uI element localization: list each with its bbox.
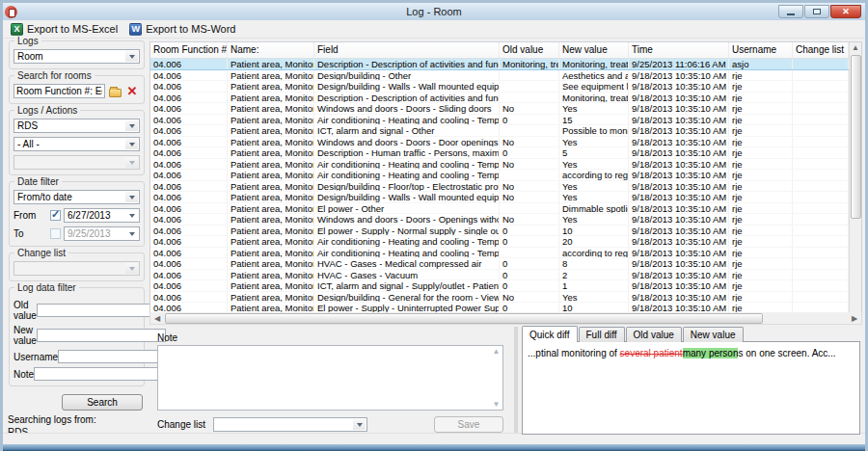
tab-old-value[interactable]: Old value — [626, 327, 682, 342]
column-header[interactable]: Change list — [793, 42, 849, 58]
scroll-down-icon[interactable]: ▼ — [493, 400, 501, 409]
table-cell: rje — [729, 170, 793, 180]
table-row[interactable]: 04.006Patient area, MonitoringAir condit… — [150, 170, 849, 181]
horizontal-scroll-thumb[interactable] — [165, 313, 763, 324]
table-cell — [500, 93, 559, 103]
table-cell: Description - Description of activities … — [314, 93, 500, 103]
maximize-button[interactable] — [804, 5, 829, 18]
table-cell: Patient area, Monitoring — [228, 170, 314, 180]
note-scrollbar[interactable]: ▲ ▼ — [491, 347, 502, 409]
action-combobox[interactable]: - All - — [14, 137, 140, 151]
table-row[interactable]: 04.006Patient area, MonitoringHVAC - Gas… — [150, 258, 849, 270]
table-cell: 04.006 — [150, 248, 228, 258]
change-list-filter-combobox[interactable] — [14, 261, 140, 276]
table-row[interactable]: 04.006Patient area, MonitoringEl power -… — [150, 203, 849, 215]
vertical-scrollbar[interactable]: ▲ ▼ — [849, 42, 861, 324]
table-row[interactable]: 04.006Patient area, MonitoringDesign/bui… — [150, 70, 849, 82]
note-textarea[interactable]: ▲ ▼ — [157, 345, 503, 411]
column-header[interactable]: Username — [729, 42, 793, 58]
log-source-combobox[interactable]: RDS — [14, 119, 140, 133]
vertical-scroll-thumb[interactable] — [851, 55, 861, 219]
table-cell: 04.006 — [150, 170, 228, 180]
to-date-picker[interactable]: 9/25/2013 — [64, 226, 140, 241]
column-header[interactable]: Field — [314, 42, 500, 58]
panel-splitter[interactable] — [514, 327, 518, 435]
table-row[interactable]: 04.006Patient area, MonitoringAir condit… — [150, 236, 849, 248]
table-row[interactable]: 04.006Patient area, MonitoringWindows an… — [150, 137, 849, 148]
clear-room-search-button[interactable]: ✕ — [124, 84, 140, 98]
scroll-left-icon[interactable]: ◀ — [150, 314, 164, 323]
table-cell: 8 — [559, 258, 629, 269]
table-cell: 04.006 — [150, 181, 228, 192]
scroll-up-icon[interactable]: ▲ — [493, 347, 501, 356]
chevron-down-icon — [125, 192, 138, 202]
horizontal-scrollbar[interactable]: ◀ ▶ — [149, 312, 862, 325]
chevron-down-icon — [126, 210, 138, 221]
from-date-checkbox[interactable] — [50, 210, 61, 221]
diff-panel: Quick diff Full diff Old value New value… — [522, 327, 860, 435]
tab-new-value[interactable]: New value — [683, 327, 744, 342]
table-cell: Patient area, Monitoring — [228, 159, 314, 170]
diff-tabs: Quick diff Full diff Old value New value — [522, 327, 860, 342]
old-value-filter-input[interactable] — [37, 304, 166, 317]
table-cell: 04.006 — [150, 159, 228, 170]
column-header[interactable]: Name: — [228, 42, 314, 58]
table-row[interactable]: 04.006Patient area, MonitoringDesign/bui… — [150, 192, 849, 203]
table-row[interactable]: 04.006Patient area, MonitoringAir condit… — [150, 159, 849, 171]
from-date-picker[interactable]: 6/27/2013 — [64, 208, 140, 223]
table-cell: HVAC - Gases - Vacuum — [314, 270, 500, 280]
table-row[interactable]: 04.006Patient area, MonitoringDescriptio… — [150, 59, 849, 70]
table-row[interactable]: 04.006Patient area, MonitoringAir condit… — [150, 248, 849, 259]
column-header[interactable]: Old value — [500, 42, 559, 58]
note-filter-input[interactable] — [34, 367, 163, 381]
column-header[interactable]: New value — [559, 42, 629, 58]
table-cell: 0 — [500, 280, 559, 291]
column-header[interactable]: Room Function #: — [150, 42, 228, 58]
table-cell: rje — [729, 81, 793, 92]
scroll-right-icon[interactable]: ▶ — [848, 314, 861, 323]
table-row[interactable]: 04.006Patient area, MonitoringDescriptio… — [150, 93, 849, 104]
logs-combobox[interactable]: Room — [14, 49, 140, 64]
table-cell: rje — [729, 103, 793, 114]
open-room-search-button[interactable] — [107, 84, 122, 98]
save-button[interactable]: Save — [434, 416, 503, 433]
change-list-label: Change list — [157, 419, 205, 430]
search-button[interactable]: Search — [62, 394, 143, 411]
change-list-combobox[interactable] — [213, 417, 367, 432]
table-row[interactable]: 04.006Patient area, MonitoringWindows an… — [150, 214, 849, 226]
table-cell: El power - Other — [314, 203, 500, 214]
export-word-button[interactable]: W Export to MS-Word — [125, 22, 239, 37]
table-row[interactable]: 04.006Patient area, MonitoringHVAC - Gas… — [150, 270, 849, 281]
table-cell: 20 — [559, 236, 629, 247]
table-cell: Patient area, Monitoring — [228, 203, 314, 214]
table-row[interactable]: 04.006Patient area, MonitoringDesign/bui… — [150, 81, 849, 93]
table-cell: rje — [729, 125, 793, 136]
table-row[interactable]: 04.006Patient area, MonitoringICT, alarm… — [150, 280, 849, 292]
chevron-down-icon — [125, 139, 138, 149]
table-cell: asjo — [729, 59, 793, 69]
table-row[interactable]: 04.006Patient area, MonitoringDesign/bui… — [150, 292, 849, 304]
table-row[interactable]: 04.006Patient area, MonitoringDesign/bui… — [150, 181, 849, 193]
close-button[interactable]: ✕ — [830, 5, 861, 18]
date-mode-combobox[interactable]: From/to date — [14, 190, 140, 204]
table-cell: 9/18/2013 10:35:10 AM — [629, 292, 729, 303]
table-cell: 04.006 — [150, 59, 228, 69]
table-cell: 9/18/2013 10:35:10 AM — [629, 93, 729, 103]
minimize-button[interactable] — [778, 5, 803, 18]
table-row[interactable]: 04.006Patient area, MonitoringWindows an… — [150, 103, 849, 115]
table-row[interactable]: 04.006Patient area, MonitoringDescriptio… — [150, 147, 849, 159]
tab-quick-diff[interactable]: Quick diff — [522, 326, 578, 342]
export-excel-button[interactable]: X Export to MS-Excel — [7, 22, 122, 37]
table-cell: according to regul... — [559, 170, 629, 180]
tab-full-diff[interactable]: Full diff — [579, 327, 625, 342]
scroll-up-icon[interactable]: ▲ — [852, 42, 859, 54]
table-row[interactable]: 04.006Patient area, MonitoringICT, alarm… — [150, 125, 849, 137]
new-value-filter-input[interactable] — [37, 329, 166, 342]
diff-deleted-text: several patient — [620, 348, 683, 358]
table-row[interactable]: 04.006Patient area, MonitoringEl power -… — [150, 226, 849, 237]
table-row[interactable]: 04.006Patient area, MonitoringAir condit… — [150, 115, 849, 126]
column-header[interactable]: Time — [629, 42, 729, 58]
to-date-checkbox[interactable] — [50, 228, 61, 239]
table-cell: Air conditioning - Heating and cooling -… — [314, 159, 500, 170]
room-search-input[interactable] — [14, 84, 105, 98]
